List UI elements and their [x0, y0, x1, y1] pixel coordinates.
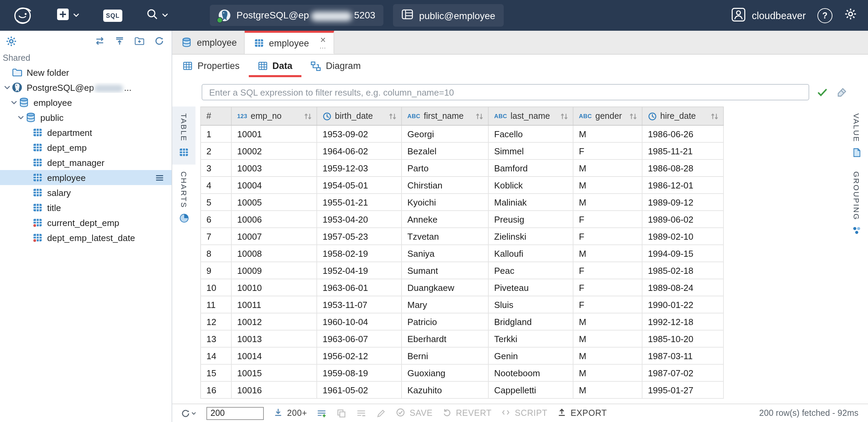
grid-cell[interactable]: 1986-08-28	[642, 159, 723, 177]
row-number[interactable]: 15	[201, 364, 231, 381]
grid-cell[interactable]: 1963-06-01	[317, 279, 402, 296]
grid-cell[interactable]: 10004	[231, 177, 317, 194]
fetch-more-button[interactable]: 200+	[273, 407, 307, 419]
connection-selector[interactable]: PostgreSQL@ep5203	[210, 5, 383, 26]
tree-item-employee[interactable]: employee	[0, 95, 172, 110]
script-button[interactable]: SCRIPT	[501, 407, 547, 419]
sort-icon[interactable]	[388, 112, 397, 121]
grid-cell[interactable]: 1957-05-23	[317, 228, 402, 245]
sync-editor-icon[interactable]	[94, 36, 105, 46]
grid-cell[interactable]: 1963-06-07	[317, 330, 402, 347]
grid-cell[interactable]: 1987-03-11	[642, 347, 723, 364]
grid-cell[interactable]: Zielinski	[488, 228, 573, 245]
row-number[interactable]: 13	[201, 330, 231, 347]
new-folder-icon[interactable]	[134, 36, 145, 46]
subtab-properties[interactable]: Properties	[174, 55, 248, 77]
grid-cell[interactable]: 10007	[231, 228, 317, 245]
grid-cell[interactable]: 1986-06-26	[642, 125, 723, 142]
tab-overflow-icon[interactable]: …	[319, 43, 327, 49]
column-header-birth-date[interactable]: birth_date	[317, 107, 402, 125]
row-number[interactable]: 4	[201, 177, 231, 194]
grid-cell[interactable]: Georgi	[402, 125, 488, 142]
apply-filter-check-icon[interactable]	[817, 86, 828, 98]
grid-cell[interactable]: M	[573, 313, 642, 330]
grid-cell[interactable]: 1956-02-12	[317, 347, 402, 364]
grid-cell[interactable]: 10005	[231, 194, 317, 211]
grid-cell[interactable]: 10013	[231, 330, 317, 347]
tree-settings-gear-icon[interactable]	[5, 35, 17, 47]
grid-cell[interactable]: M	[573, 364, 642, 381]
delete-row-button[interactable]	[356, 408, 367, 418]
grid-cell[interactable]: F	[573, 228, 642, 245]
grid-cell[interactable]: 1952-04-19	[317, 262, 402, 279]
grid-cell[interactable]: 1953-04-20	[317, 211, 402, 228]
grid-cell[interactable]: 1958-02-19	[317, 245, 402, 262]
new-object-button[interactable]	[53, 4, 83, 26]
subtab-diagram[interactable]: Diagram	[301, 55, 370, 77]
export-button[interactable]: EXPORT	[557, 407, 607, 419]
grid-cell[interactable]: Anneke	[402, 211, 488, 228]
grid-cell[interactable]: Preusig	[488, 211, 573, 228]
column-header-first-name[interactable]: ABCfirst_name	[402, 107, 488, 125]
grid-cell[interactable]: 1985-10-20	[642, 330, 723, 347]
grid-cell[interactable]: F	[573, 296, 642, 313]
grid-cell[interactable]: 1992-12-18	[642, 313, 723, 330]
help-button[interactable]: ?	[817, 8, 832, 23]
grid-cell[interactable]: Kalloufi	[488, 245, 573, 262]
grid-cell[interactable]: Parto	[402, 159, 488, 177]
grid-cell[interactable]: 10006	[231, 211, 317, 228]
grid-cell[interactable]: F	[573, 262, 642, 279]
grid-cell[interactable]: 1953-11-07	[317, 296, 402, 313]
row-number[interactable]: 16	[201, 381, 231, 398]
grid-cell[interactable]: 1960-10-04	[317, 313, 402, 330]
grid-cell[interactable]: Maliniak	[488, 194, 573, 211]
grid-cell[interactable]: F	[573, 279, 642, 296]
grid-cell[interactable]: 10001	[231, 125, 317, 142]
row-number[interactable]: 3	[201, 159, 231, 177]
grid-cell[interactable]: 1994-09-15	[642, 245, 723, 262]
sql-filter-input[interactable]	[202, 84, 809, 100]
sort-icon[interactable]	[629, 112, 638, 121]
tree-item-dept-manager[interactable]: dept_manager	[0, 155, 172, 170]
grid-cell[interactable]: 10012	[231, 313, 317, 330]
sort-icon[interactable]	[475, 112, 484, 121]
tree-item-postgresql-ep[interactable]: PostgreSQL@ep...	[0, 80, 172, 95]
grid-cell[interactable]: 1955-01-21	[317, 194, 402, 211]
panel-tab-charts[interactable]: CHARTS	[172, 164, 195, 230]
grid-cell[interactable]: 1986-12-01	[642, 177, 723, 194]
tab-employee-1[interactable]: employee×…	[244, 31, 334, 54]
grid-cell[interactable]: 10003	[231, 159, 317, 177]
tree-item-title[interactable]: title	[0, 200, 172, 215]
tree-item-public[interactable]: public	[0, 110, 172, 125]
grid-cell[interactable]: M	[573, 159, 642, 177]
grid-cell[interactable]: Kyoichi	[402, 194, 488, 211]
tree-item-current-dept-emp[interactable]: current_dept_emp	[0, 215, 172, 230]
refresh-tree-icon[interactable]	[154, 36, 165, 46]
grid-cell[interactable]: Genin	[488, 347, 573, 364]
grid-cell[interactable]: Kazuhito	[402, 381, 488, 398]
grid-cell[interactable]: Sluis	[488, 296, 573, 313]
add-row-button[interactable]	[317, 408, 327, 418]
grid-cell[interactable]: M	[573, 245, 642, 262]
tree-item-dept-emp-latest-date[interactable]: dept_emp_latest_date	[0, 230, 172, 245]
connection-search-button[interactable]	[143, 5, 172, 26]
grid-cell[interactable]: Bezalel	[402, 142, 488, 159]
row-number[interactable]: 6	[201, 211, 231, 228]
grid-cell[interactable]: 1953-09-02	[317, 125, 402, 142]
grid-cell[interactable]: Duangkaew	[402, 279, 488, 296]
grid-cell[interactable]: 1987-07-02	[642, 364, 723, 381]
tree-item-department[interactable]: department	[0, 125, 172, 140]
grid-cell[interactable]: Bamford	[488, 159, 573, 177]
sort-icon[interactable]	[303, 112, 312, 121]
grid-cell[interactable]: 10008	[231, 245, 317, 262]
user-menu[interactable]: cloudbeaver	[731, 7, 806, 24]
grid-cell[interactable]: 10009	[231, 262, 317, 279]
schema-selector[interactable]: public@employee	[393, 4, 503, 27]
grid-cell[interactable]: Berni	[402, 347, 488, 364]
grid-cell[interactable]: 1961-05-02	[317, 381, 402, 398]
grid-cell[interactable]: 10016	[231, 381, 317, 398]
expand-chevron-icon[interactable]	[10, 99, 18, 106]
grid-cell[interactable]: Eberhardt	[402, 330, 488, 347]
row-number[interactable]: 1	[201, 125, 231, 142]
cloudbeaver-logo[interactable]	[11, 5, 38, 26]
